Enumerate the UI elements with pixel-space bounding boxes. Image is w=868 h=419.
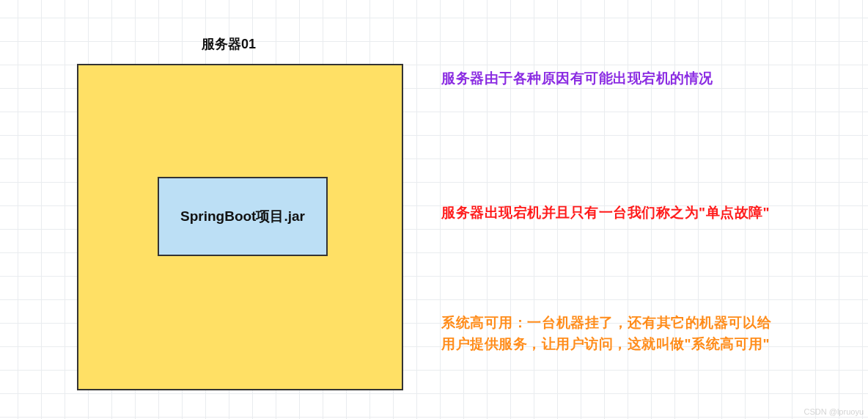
server-title: 服务器01 (202, 35, 256, 53)
watermark: CSDN @lpruoyu (804, 407, 864, 416)
jar-label: SpringBoot项目.jar (180, 207, 305, 226)
note-high-availability: 系统高可用：一台机器挂了，还有其它的机器可以给用户提供服务，让用户访问，这就叫做… (441, 312, 771, 355)
note-single-point-failure: 服务器出现宕机并且只有一台我们称之为"单点故障" (441, 202, 771, 223)
note-crash-reason: 服务器由于各种原因有可能出现宕机的情况 (441, 68, 771, 89)
springboot-jar-box: SpringBoot项目.jar (158, 177, 328, 256)
